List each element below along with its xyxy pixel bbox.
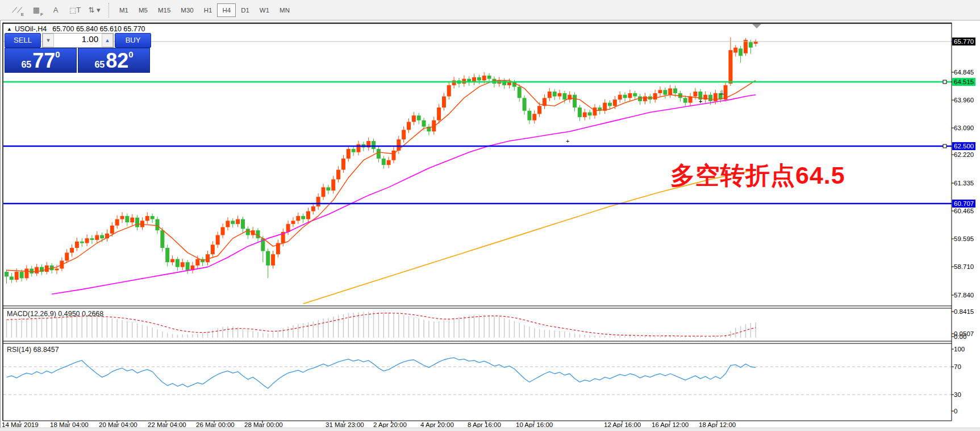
tf-D1[interactable]: D1 [236,3,255,17]
rsi-tick-label: 100 [954,345,965,353]
macd-label: MACD(12,26,9) 0.4950 0.2668 [7,310,103,318]
ohlc-readout: 65.700 65.840 65.610 65.770 [52,25,145,33]
price-tick-label: 64.845 [954,68,974,76]
tf-W1[interactable]: W1 [255,3,274,17]
sell-price-sup: 0 [55,51,60,59]
arrows-tool-icon[interactable]: ⇅ ▾ [86,3,103,18]
hline-price-label: 64.515 [952,78,975,86]
grid-icon[interactable]: ▦F [28,3,45,18]
volume-value[interactable]: 1.00 [54,34,102,47]
buy-price-box[interactable]: 65 82 0 [78,48,150,73]
tf-M5[interactable]: M5 [134,3,153,17]
volume-increase-button[interactable]: ▲ [102,34,113,47]
tf-M15[interactable]: M15 [153,3,176,17]
price-tick-label: 59.595 [954,235,974,243]
price-tick-label: 58.710 [954,263,974,271]
toolbar-separator [109,3,110,18]
macd-tick-label: 0.00 [954,333,966,341]
drawing-tools-group: ⟋⟋E▦FA⬚T⇅ ▾ [6,3,103,18]
panel-toggle-icon[interactable]: ▲ [7,26,12,32]
draw-hatch-icon[interactable]: ⟋⟋E [9,3,26,18]
chart-annotation: 多空转折点64.5 [670,159,845,192]
buy-button[interactable]: BUY [115,33,151,48]
price-tick-label: 63.960 [954,96,974,104]
toolbar: ⟋⟋E▦FA⬚T⇅ ▾ M1M5M15M30H1H4D1W1MN [0,0,980,20]
symbol-info: ▲USOil-,H465.700 65.840 65.610 65.770 [7,25,145,33]
toolbar-spacer [1,3,2,18]
status-strip [0,428,980,431]
sell-price-box[interactable]: 65 77 0 [5,48,77,73]
tf-H1[interactable]: H1 [199,3,218,17]
tf-M1[interactable]: M1 [114,3,134,17]
one-click-trade-panel: SELL ▼ 1.00 ▲ BUY 65 77 0 65 82 0 [5,33,151,73]
rsi-tick-label: 0 [954,407,957,415]
symbol-name: USOil-,H4 [15,25,47,33]
price-tick-label: 62.220 [954,151,974,159]
price-tick-label: 57.840 [954,291,974,299]
svg-text:⊥: ⊥ [719,89,725,96]
volume-decrease-button[interactable]: ▼ [43,34,54,47]
textbox-t-icon[interactable]: ⬚T [66,3,84,18]
svg-text:+: + [699,98,702,105]
svg-text:+: + [566,138,569,144]
mt4-terminal: ⟋⟋E▦FA⬚T⇅ ▾ M1M5M15M30H1H4D1W1MN ++⊥ ▲US… [0,0,980,431]
sell-button[interactable]: SELL [5,33,41,48]
trade-panel-prices: 65 77 0 65 82 0 [5,48,151,73]
price-tick-label: 60.465 [954,207,974,215]
price-tick-label: 63.090 [954,124,974,132]
sell-price-big: 77 [32,51,55,71]
buy-price-sup: 0 [128,51,133,59]
current-price-label: 65.770 [952,38,975,45]
buy-price-big: 82 [106,51,128,71]
tf-MN[interactable]: MN [274,3,295,17]
volume-stepper: ▼ 1.00 ▲ [42,33,114,48]
buy-price-small: 65 [94,59,105,71]
rsi-tick-label: 30 [954,391,961,399]
rsi-tick-label: 70 [954,363,961,371]
hline-price-label: 60.707 [952,200,975,208]
price-tick-label: 61.335 [954,179,974,187]
timeframe-group: M1M5M15M30H1H4D1W1MN [114,3,295,17]
trade-panel-top-row: SELL ▼ 1.00 ▲ BUY [5,33,151,48]
tf-H4[interactable]: H4 [217,3,236,17]
text-a-icon[interactable]: A [47,3,64,18]
macd-tick-label: 0.8415 [954,308,974,316]
sell-price-small: 65 [21,59,31,71]
hline-price-label: 62.500 [952,142,975,150]
rsi-label: RSI(14) 68.8457 [7,346,59,354]
tf-M30[interactable]: M30 [176,3,198,17]
